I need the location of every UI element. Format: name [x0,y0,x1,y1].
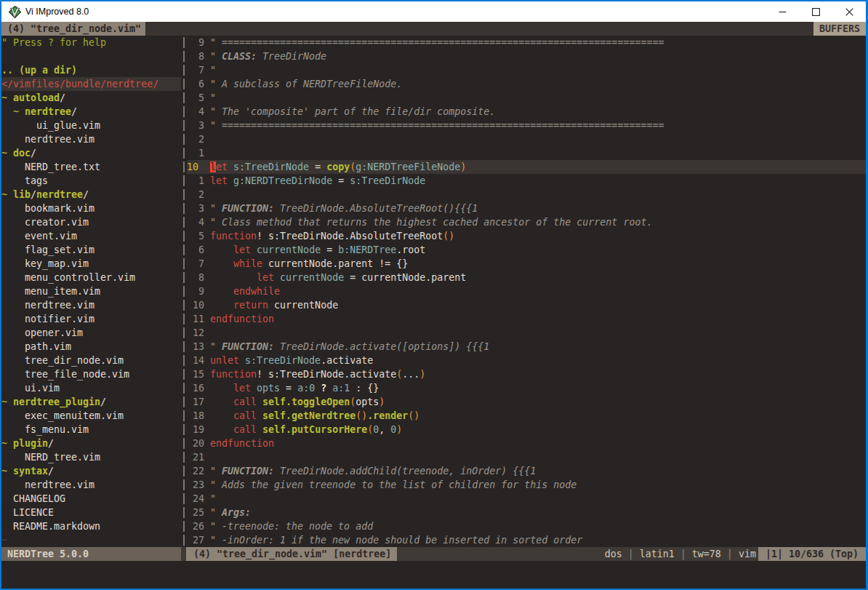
text-segment [228,175,233,186]
code-line[interactable]: 18 call self.getNerdtree().render() [187,409,866,423]
text-segment: " Class method that returns the highest … [210,217,652,228]
nerdtree-line[interactable]: path.vim [1,340,181,354]
code-line[interactable]: 10 return currentNode [187,298,866,312]
code-line[interactable]: 13 " FUNCTION: TreeDirNode.activate([opt… [187,340,866,354]
line-number: 22 [187,464,210,478]
nerdtree-line[interactable]: bookmark.vim [1,202,181,215]
line-number: 14 [187,354,210,367]
code-line[interactable]: 7 while currentNode.parent != {} [187,257,866,271]
code-line[interactable]: 25 " Args: [187,506,866,519]
nerdtree-line[interactable]: README.markdown [1,519,181,533]
nerdtree-line[interactable]: flag_set.vim [1,243,181,257]
nerdtree-line[interactable]: ~ nerdtree_plugin/ [1,395,181,409]
titlebar[interactable]: Vi IMproved 8.0 [1,1,866,22]
code-line[interactable]: 26 " -treenode: the node to add [187,519,866,533]
nerdtree-line[interactable]: </vimfiles/bundle/nerdtree/ [1,77,181,91]
code-line[interactable]: 10 let s:TreeDirNode = copy(g:NERDTreeFi… [187,160,866,174]
nerdtree-line[interactable]: ~ nerdtree/ [1,105,181,119]
code-line[interactable]: 12 [187,326,866,340]
nerdtree-line[interactable]: nerdtree.vim [1,132,181,146]
code-line[interactable]: 7 " [187,63,866,77]
nerdtree-line[interactable]: tree_file_node.vim [1,367,181,381]
nerdtree-line[interactable]: menu_controller.vim [1,271,181,284]
code-line[interactable]: 8 " CLASS: TreeDirNode [187,49,866,63]
text-segment: ) [419,369,425,380]
line-number: 10 [187,298,210,312]
window-vertical-separator[interactable] [181,36,187,547]
text-segment: ! s:TreeDirNode.activate [257,369,396,380]
nerdtree-line[interactable]: NERD_tree.txt [1,160,181,174]
nerdtree-line[interactable]: tree_dir_node.vim [1,354,181,367]
text-segment: menu_item.vim [1,286,100,297]
text-segment: ( [367,424,373,435]
code-line[interactable]: 27 " -inOrder: 1 if the new node should … [187,533,866,547]
nerdtree-line[interactable]: ~ syntax/ [1,464,181,478]
nerdtree-line[interactable]: event.vim [1,229,181,243]
code-line[interactable]: 19 call self.putCursorHere(0, 0) [187,423,866,436]
nerdtree-line[interactable]: NERD_tree.vim [1,450,181,464]
nerdtree-line[interactable]: notifier.vim [1,312,181,326]
code-line[interactable]: 24 " [187,492,866,506]
code-line[interactable]: 20 endfunction [187,436,866,450]
nerdtree-line[interactable]: " Press ? for help [1,36,181,49]
code-line[interactable]: 15 function! s:TreeDirNode.activate(...) [187,367,866,381]
nerdtree-line[interactable]: ui_glue.vim [1,119,181,132]
code-line[interactable]: 6 " A subclass of NERDTreeFileNode. [187,77,866,91]
nerdtree-line[interactable]: .. (up a dir) [1,63,181,77]
nerdtree-line[interactable]: menu_item.vim [1,284,181,298]
code-line[interactable]: 5 " [187,91,866,105]
maximize-button[interactable] [799,1,832,22]
nerdtree-line[interactable]: LICENCE [1,506,181,519]
code-line[interactable]: 11 endfunction [187,312,866,326]
nerdtree-line[interactable]: opener.vim [1,326,181,340]
code-line[interactable]: 1 [187,146,866,160]
code-line[interactable]: 9 " ====================================… [187,36,866,49]
code-line[interactable]: 8 let currentNode = currentNode.parent [187,271,866,284]
nerdtree-line[interactable]: creator.vim [1,215,181,229]
code-line[interactable]: 16 let opts = a:0 ? a:1 : {} [187,381,866,395]
line-number: 3 [187,202,210,215]
code-line[interactable]: 2 [187,132,866,146]
nerdtree-line[interactable]: tags [1,174,181,188]
code-line[interactable]: 14 unlet s:TreeDirNode.activate [187,354,866,367]
nerdtree-line[interactable]: ui.vim [1,381,181,395]
tab-tree-dir-node[interactable]: (4) "tree_dir_node.vim" [1,22,145,36]
text-segment: " [210,466,222,477]
code-line[interactable]: 23 " Adds the given treenode to the list… [187,478,866,492]
code-line[interactable]: 6 let currentNode = b:NERDTree.root [187,243,866,257]
text-segment: self.toggleOpen [262,396,350,407]
text-segment: currentNode [257,244,321,255]
text-segment: " [210,51,222,62]
text-segment: " [210,341,222,352]
code-line[interactable]: 22 " FUNCTION: TreeDirNode.addChild(tree… [187,464,866,478]
nerdtree-line[interactable]: CHANGELOG [1,492,181,506]
code-line[interactable]: 1 let g:NERDTreeDirNode = s:TreeDirNode [187,174,866,188]
code-line[interactable]: 17 call self.toggleOpen(opts) [187,395,866,409]
code-line[interactable]: 9 endwhile [187,284,866,298]
code-line[interactable]: 4 " Class method that returns the highes… [187,215,866,229]
text-segment: return [233,300,268,311]
nerdtree-line[interactable]: nerdtree.vim [1,298,181,312]
nerdtree-line[interactable]: ~ plugin/ [1,436,181,450]
nerdtree-line[interactable]: ~ [1,533,181,547]
nerdtree-line[interactable]: exec_menuitem.vim [1,409,181,423]
text-segment: : {} [350,383,379,394]
text-segment: , [379,424,390,435]
nerdtree-line[interactable]: ~ doc/ [1,146,181,160]
code-line[interactable]: 21 [187,450,866,464]
text-segment: creator.vim [1,217,89,228]
nerdtree-line[interactable]: nerdtree.vim [1,478,181,492]
nerdtree-line[interactable] [1,49,181,63]
nerdtree-line[interactable]: ~ autoload/ [1,91,181,105]
close-button[interactable] [832,1,866,22]
nerdtree-line[interactable]: fs_menu.vim [1,423,181,436]
code-line[interactable]: 3 " FUNCTION: TreeDirNode.AbsoluteTreeRo… [187,202,866,215]
code-line[interactable]: 4 " The 'composite' part of the file/dir… [187,105,866,119]
minimize-button[interactable] [765,1,799,22]
nerdtree-line[interactable]: ~ lib/nerdtree/ [1,188,181,202]
code-line[interactable]: 2 [187,188,866,202]
text-segment [251,244,257,255]
nerdtree-line[interactable]: key_map.vim [1,257,181,271]
code-line[interactable]: 5 function! s:TreeDirNode.AbsoluteTreeRo… [187,229,866,243]
code-line[interactable]: 3 " ====================================… [187,119,866,132]
